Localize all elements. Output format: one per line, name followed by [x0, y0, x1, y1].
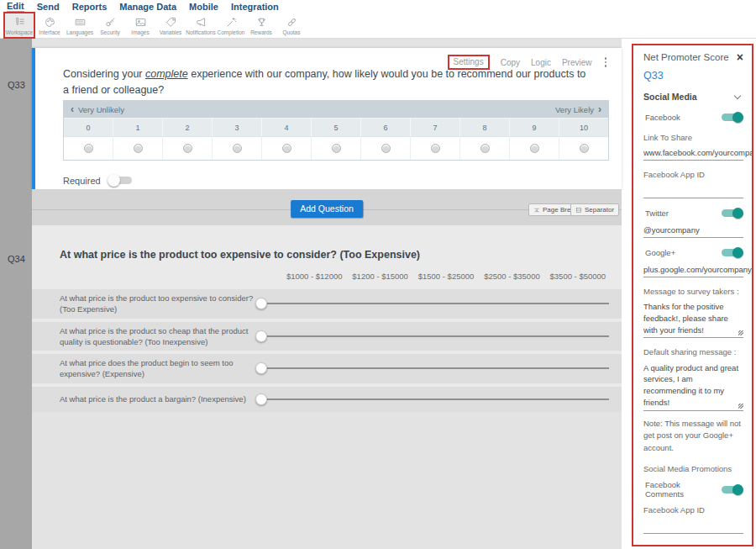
nps-radio-cell-9[interactable] [509, 136, 559, 160]
radio-button-5[interactable] [332, 144, 341, 153]
nps-radio-cell-2[interactable] [162, 136, 212, 160]
slider-handle[interactable] [255, 330, 267, 342]
nps-radio-cell-7[interactable] [410, 136, 459, 160]
toolbar-item-workspace[interactable]: Workspace [4, 13, 34, 38]
radio-button-4[interactable] [282, 144, 291, 153]
toolbar-item-languages[interactable]: Languages [65, 13, 95, 38]
nps-radio-cell-3[interactable] [212, 136, 261, 160]
toolbar-item-rewards[interactable]: Rewards [246, 13, 276, 38]
price-row-label: At what price is the product a bargain? … [32, 393, 255, 404]
variables-icon [165, 16, 177, 29]
toolbar-item-completion[interactable]: Completion [216, 13, 246, 38]
required-toggle[interactable] [108, 174, 133, 187]
toolbar-item-images[interactable]: Images [125, 13, 155, 38]
nps-radio-cell-1[interactable] [113, 136, 162, 160]
toggle-knob [732, 208, 743, 219]
nps-number-row: 012345678910 [64, 118, 608, 136]
nps-radio-cell-0[interactable] [64, 136, 113, 160]
nps-radio-cell-8[interactable] [459, 136, 509, 160]
menu-item-manage-data[interactable]: Manage Data [119, 2, 176, 12]
twitter-toggle[interactable] [720, 207, 743, 219]
menu-item-reports[interactable]: Reports [72, 2, 108, 12]
radio-button-6[interactable] [381, 144, 391, 153]
facebook-comments-toggle[interactable] [720, 483, 743, 496]
chevron-right-icon[interactable]: › [598, 105, 601, 113]
facebook-comments-app-id-input[interactable] [643, 520, 743, 534]
radio-button-7[interactable] [431, 144, 440, 153]
radio-button-3[interactable] [233, 144, 242, 153]
nps-scale-value-9: 9 [509, 119, 559, 136]
toolbar-item-label: Notifications [186, 29, 215, 35]
toolbar-item-interface[interactable]: Interface [34, 13, 65, 38]
copy-button[interactable]: Copy [501, 58, 520, 67]
menu-item-integration[interactable]: Integration [231, 2, 279, 12]
radio-button-0[interactable] [84, 144, 93, 153]
toggle-label: Facebook [643, 113, 680, 122]
toolbar-item-label: Rewards [250, 29, 272, 35]
chevron-down-icon[interactable] [734, 92, 741, 99]
price-range-header-row: $1000 - $12000$1200 - $15000$1500 - $250… [281, 272, 611, 281]
toggle-knob [732, 247, 743, 258]
radio-button-1[interactable] [134, 144, 143, 153]
chevron-left-icon[interactable]: ‹ [71, 105, 74, 113]
separator-button[interactable]: Separator [570, 203, 619, 216]
interface-icon [44, 16, 56, 29]
facebook-app-id-input[interactable] [643, 184, 743, 198]
price-slider[interactable] [255, 359, 609, 377]
required-row: Required [63, 174, 133, 187]
google-plus-url-input[interactable]: plus.google.com/yourcompany [643, 265, 743, 277]
workspace-icon [13, 16, 26, 29]
panel-question-id[interactable]: Q33 [643, 70, 743, 82]
images-icon [134, 16, 147, 29]
price-slider[interactable] [255, 327, 609, 346]
nps-radio-cell-10[interactable] [559, 136, 608, 160]
radio-button-8[interactable] [480, 144, 490, 153]
price-row-label: At what price is the product so cheap th… [32, 325, 255, 348]
slider-track [260, 367, 609, 369]
section-header-social-media[interactable]: Social Media [643, 92, 743, 102]
nps-scale-value-8: 8 [459, 119, 509, 136]
toolbar-item-security[interactable]: Security [95, 13, 125, 38]
completion-icon [225, 16, 238, 29]
nps-radio-cell-6[interactable] [360, 136, 410, 160]
menu-item-edit[interactable]: Edit [7, 1, 24, 13]
twitter-handle-input[interactable]: @yourcompany [643, 225, 743, 238]
question-number-strip: Q33 Q34 [0, 39, 32, 549]
question-number-q34: Q34 [8, 254, 25, 264]
default-sharing-message-textarea[interactable]: A quality product and great services, I … [643, 362, 743, 411]
close-icon[interactable]: × [737, 52, 743, 62]
google-toggle[interactable] [720, 246, 743, 259]
radio-button-10[interactable] [580, 144, 589, 153]
slider-handle[interactable] [255, 393, 267, 405]
logic-button[interactable]: Logic [531, 58, 551, 67]
toolbar-item-variables[interactable]: Variables [155, 13, 186, 38]
slider-handle[interactable] [255, 362, 267, 374]
radio-button-2[interactable] [183, 144, 192, 153]
price-slider[interactable] [255, 390, 609, 409]
nps-radio-cell-5[interactable] [311, 136, 360, 160]
facebook-toggle[interactable] [720, 111, 743, 124]
toolbar-item-notifications[interactable]: Notifications [186, 13, 216, 38]
menu-item-mobile[interactable]: Mobile [189, 2, 218, 12]
survey-canvas: Settings Copy Logic Preview Considering … [32, 39, 622, 549]
radio-button-9[interactable] [530, 144, 539, 153]
menu-item-send[interactable]: Send [37, 2, 60, 12]
toggle-knob [732, 112, 743, 123]
nps-radio-row [64, 136, 608, 160]
preview-button[interactable]: Preview [562, 58, 592, 67]
toolbar-item-quotas[interactable]: Quotas [276, 13, 307, 38]
add-question-button[interactable]: Add Question [291, 200, 363, 218]
slider-handle[interactable] [255, 298, 267, 309]
field-label-link-to-share: Link To Share [643, 133, 743, 143]
price-slider[interactable] [255, 294, 609, 313]
survey-toolbar: WorkspaceInterfaceLanguagesSecurityImage… [0, 13, 756, 39]
nps-scale-table: ‹ Very Unlikely Very Likely › 0123456789… [63, 100, 609, 161]
nps-left-anchor-label: Very Unlikely [78, 105, 124, 114]
link-to-share-input[interactable]: www.facebook.com/yourcompany [643, 148, 743, 161]
nps-scale-value-6: 6 [360, 119, 410, 136]
nps-scale-value-2: 2 [162, 119, 212, 136]
more-options-icon[interactable] [603, 55, 609, 69]
price-range-header-3: $2500 - $35000 [479, 272, 544, 281]
nps-radio-cell-4[interactable] [261, 136, 311, 160]
message-to-survey-takers-textarea[interactable]: Thanks for the positive feedback!, pleas… [643, 301, 743, 338]
